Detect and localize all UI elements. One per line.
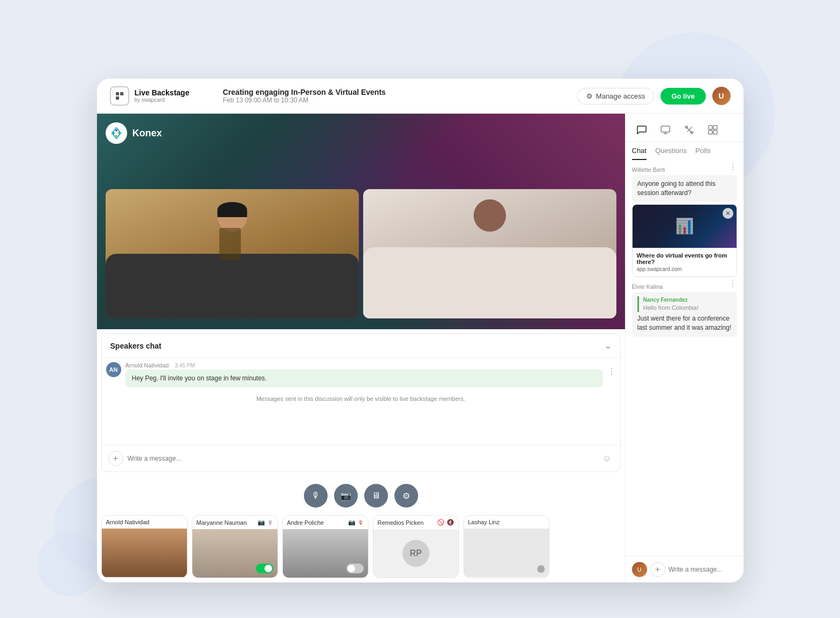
panel-tab-labels: Chat Questions Polls xyxy=(626,142,744,160)
mic-off-icon: 🔇 xyxy=(447,519,454,526)
logo-area: Live Backstage by swapcard xyxy=(110,86,207,106)
mic-icon: 🎙 xyxy=(311,491,320,501)
participant-icons: 📷 🎙 xyxy=(348,519,364,526)
mic-icon: 🎙 xyxy=(267,519,273,526)
list-item: Elvie Kalina Nancy Fernandez Hello from … xyxy=(632,283,737,337)
message-more-icon[interactable]: ⋮ xyxy=(728,162,737,172)
quoted-message: Nancy Fernandez Hello from Colombia! xyxy=(637,296,732,312)
speakers-chat-body: AN Arnold Natividad 3:45 PM Hey Peg, I'l… xyxy=(102,358,620,445)
link-url: app.swapcard.com xyxy=(637,266,732,272)
participant-toggle[interactable] xyxy=(256,564,273,573)
logo-text: Live Backstage by swapcard xyxy=(135,88,190,104)
event-name: Konex xyxy=(133,128,162,139)
video-grid: Arnold Natividad xyxy=(106,189,616,318)
screen-icon: 🖥 xyxy=(372,491,380,501)
chat-input-area: U + ☺ xyxy=(626,556,744,582)
tab-polls-label[interactable]: Polls xyxy=(696,142,711,160)
svg-rect-12 xyxy=(713,126,717,129)
msg-username: Willette Berti xyxy=(632,166,737,173)
emoji-button[interactable]: ☺ xyxy=(601,452,614,465)
tab-tools-icon[interactable] xyxy=(677,118,701,142)
svg-rect-14 xyxy=(713,130,717,134)
video-stage: Konex xyxy=(97,114,625,329)
mic-button[interactable]: 🎙 xyxy=(304,484,328,508)
right-panel: Chat Questions Polls Willette Berti Anyo… xyxy=(625,114,744,582)
quoted-text: Hello from Colombia! xyxy=(643,304,732,312)
svg-point-4 xyxy=(115,129,117,131)
msg-sender: Arnold Natividad 3:45 PM xyxy=(126,362,603,369)
chat-notice: Messages sent in this discussion will on… xyxy=(106,392,616,406)
app-logo-icon xyxy=(110,86,129,106)
message-more-icon[interactable]: ⋮ xyxy=(607,366,616,377)
message-more-icon[interactable]: ⋮ xyxy=(728,278,737,288)
center-area: Konex xyxy=(97,114,625,582)
user-avatar[interactable]: U xyxy=(712,87,731,105)
toggle-thumb xyxy=(265,565,272,572)
list-item: Willette Berti Anyone going to attend th… xyxy=(632,166,737,277)
speaker-2-video: 📶 Maryanne Nauman xyxy=(363,189,616,318)
logo-sub: by swapcard xyxy=(135,97,190,103)
svg-rect-8 xyxy=(661,126,670,132)
speakers-chat-input[interactable] xyxy=(128,455,596,462)
list-item: Lashay Linz xyxy=(463,515,550,578)
participant-header: Remedios Picken 🚫 🔇 xyxy=(373,516,459,529)
close-link-button[interactable]: ✕ xyxy=(723,208,733,219)
speakers-chat-header: Speakers chat ⌄ xyxy=(102,334,620,358)
participant-header: Maryanne Nauman 📷 🎙 xyxy=(192,516,277,529)
svg-rect-11 xyxy=(709,126,712,129)
speakers-chat-panel: Speakers chat ⌄ AN Arnold Natividad 3:45… xyxy=(101,334,621,472)
konex-logo: Konex xyxy=(106,122,162,144)
link-card: 📊 Where do virtual events go from there?… xyxy=(632,204,737,277)
current-user-avatar: U xyxy=(632,562,647,577)
tab-chat-label[interactable]: Chat xyxy=(632,142,647,160)
bg-blob-3 xyxy=(38,532,102,596)
camera-button[interactable]: 📷 xyxy=(334,484,358,508)
event-info: Creating engaging In-Person & Virtual Ev… xyxy=(207,88,578,104)
participant-icons: 📷 🎙 xyxy=(258,519,273,526)
quoted-author: Nancy Fernandez xyxy=(643,296,732,304)
go-live-button[interactable]: Go live xyxy=(661,88,705,105)
participant-initials: RP xyxy=(402,540,429,567)
participant-header: Andre Poliche 📷 🎙 xyxy=(283,516,368,529)
toggle-thumb xyxy=(348,565,355,572)
list-item: AN Arnold Natividad 3:45 PM Hey Peg, I'l… xyxy=(106,362,616,387)
camera-icon: 📷 xyxy=(258,519,265,526)
participant-video xyxy=(102,529,187,577)
panel-tab-icons xyxy=(626,114,744,142)
tab-chat-icon[interactable] xyxy=(630,118,654,142)
tab-grid-icon[interactable] xyxy=(701,118,725,142)
presentation-icon: 📊 xyxy=(675,217,694,235)
tab-questions-label[interactable]: Questions xyxy=(655,142,687,160)
list-item: Arnold Natividad xyxy=(101,515,188,578)
svg-point-5 xyxy=(118,132,120,134)
chat-panel: Willette Berti Anyone going to attend th… xyxy=(626,160,744,582)
sender-avatar: AN xyxy=(106,362,121,377)
logo-main: Live Backstage xyxy=(135,88,190,98)
control-bar: 🎙 📷 🖥 ⚙ xyxy=(97,476,625,515)
msg-bubble: Nancy Fernandez Hello from Colombia! Jus… xyxy=(632,292,737,337)
collapse-chat-button[interactable]: ⌄ xyxy=(605,341,612,351)
svg-point-6 xyxy=(115,135,117,137)
tab-screen-icon[interactable] xyxy=(654,118,677,142)
participant-toggle[interactable] xyxy=(346,564,364,573)
svg-rect-13 xyxy=(709,130,712,134)
screen-share-button[interactable]: 🖥 xyxy=(364,484,388,508)
svg-rect-0 xyxy=(116,92,119,95)
participants-row: Arnold Natividad Maryanne Nauman 📷 🎙 xyxy=(97,515,625,582)
participant-video: RP xyxy=(373,529,459,578)
participant-icons: 🚫 🔇 xyxy=(437,519,454,526)
manage-access-button[interactable]: ⚙ Manage access xyxy=(577,88,654,105)
add-attachment-button[interactable]: + xyxy=(650,562,665,577)
settings-button[interactable]: ⚙ xyxy=(394,484,418,508)
status-dot xyxy=(537,565,545,573)
msg-bubble: Hey Peg, I'll invite you on stage in few… xyxy=(126,370,603,387)
main-layout: Konex xyxy=(97,114,744,582)
participant-video xyxy=(283,529,368,578)
add-attachment-button[interactable]: + xyxy=(108,451,123,466)
mic-off-icon: 🎙 xyxy=(358,519,364,526)
participant-header: Arnold Natividad xyxy=(102,516,187,529)
konex-icon xyxy=(106,122,127,144)
link-title: Where do virtual events go from there? xyxy=(637,252,732,265)
participant-header: Lashay Linz xyxy=(464,516,549,529)
chat-input[interactable] xyxy=(669,566,744,573)
